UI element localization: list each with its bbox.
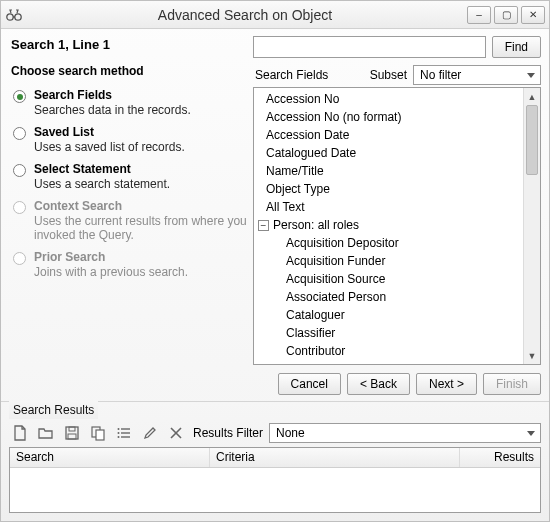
next-button[interactable]: Next > (416, 373, 477, 395)
search-method-option[interactable]: Search FieldsSearches data in the record… (13, 86, 247, 123)
method-list: Search FieldsSearches data in the record… (9, 86, 247, 285)
method-title: Prior Search (34, 250, 188, 265)
field-item[interactable]: Classifier (258, 324, 523, 342)
method-heading: Choose search method (9, 64, 247, 86)
field-item[interactable]: Catalogued Date (258, 144, 523, 162)
results-table-header: Search Criteria Results (10, 448, 540, 468)
method-title: Search Fields (34, 88, 191, 103)
search-method-option: Prior SearchJoins with a previous search… (13, 248, 247, 285)
search-input[interactable] (253, 36, 486, 58)
vertical-scrollbar[interactable]: ▲ ▼ (523, 88, 540, 364)
back-button[interactable]: < Back (347, 373, 410, 395)
minimize-button[interactable]: – (467, 6, 491, 24)
binoculars-icon (5, 6, 23, 24)
field-item[interactable]: Accession No (no format) (258, 108, 523, 126)
new-file-icon[interactable] (9, 423, 31, 443)
search-method-option[interactable]: Saved ListUses a saved list of records. (13, 123, 247, 160)
maximize-button[interactable]: ▢ (494, 6, 518, 24)
method-title: Saved List (34, 125, 185, 140)
field-item[interactable]: Cataloguer (258, 306, 523, 324)
left-column: Search 1, Line 1 Choose search method Se… (9, 35, 247, 401)
method-title: Select Statement (34, 162, 170, 177)
field-item[interactable]: Name/Title (258, 162, 523, 180)
svg-point-1 (15, 13, 21, 19)
collapse-icon[interactable]: − (258, 220, 269, 231)
radio-button[interactable] (13, 90, 26, 103)
radio-button (13, 201, 26, 214)
results-filter-select[interactable]: None (269, 423, 541, 443)
field-item[interactable]: Contributor (258, 342, 523, 360)
svg-point-11 (118, 428, 120, 430)
list-icon[interactable] (113, 423, 135, 443)
fields-labels-row: Search Fields Subset No filter (253, 63, 541, 87)
method-description: Uses the current results from where you … (34, 214, 247, 242)
method-description: Searches data in the records. (34, 103, 191, 117)
field-group[interactable]: −Person: all roles (258, 216, 523, 234)
field-item[interactable]: Object Type (258, 180, 523, 198)
field-group-label: Person: all roles (273, 217, 359, 233)
find-button[interactable]: Find (492, 36, 541, 58)
results-heading: Search Results (9, 401, 98, 419)
open-folder-icon[interactable] (35, 423, 57, 443)
dialog-window: Advanced Search on Object – ▢ ✕ Search 1… (0, 0, 550, 522)
method-title: Context Search (34, 199, 247, 214)
window-controls: – ▢ ✕ (467, 6, 545, 24)
method-description: Joins with a previous search. (34, 265, 188, 279)
field-item[interactable]: Acquisition Funder (258, 252, 523, 270)
scroll-thumb[interactable] (526, 105, 538, 175)
results-filter-value: None (276, 426, 305, 440)
results-section: Search Results Results Filter None Searc… (1, 401, 549, 521)
radio-button[interactable] (13, 164, 26, 177)
close-button[interactable]: ✕ (521, 6, 545, 24)
window-title: Advanced Search on Object (23, 7, 467, 23)
results-toolbar: Results Filter None (9, 419, 541, 447)
scroll-down-icon[interactable]: ▼ (524, 347, 540, 364)
cancel-button[interactable]: Cancel (278, 373, 341, 395)
edit-icon[interactable] (139, 423, 161, 443)
col-results[interactable]: Results (460, 448, 540, 467)
radio-button[interactable] (13, 127, 26, 140)
save-icon[interactable] (61, 423, 83, 443)
col-criteria[interactable]: Criteria (210, 448, 460, 467)
subset-select[interactable]: No filter (413, 65, 541, 85)
right-column: Find Search Fields Subset No filter Acce… (253, 35, 541, 401)
field-item[interactable]: Associated Person (258, 288, 523, 306)
scroll-up-icon[interactable]: ▲ (524, 88, 540, 105)
search-row: Find (253, 35, 541, 63)
field-item[interactable]: Acquisition Source (258, 270, 523, 288)
svg-point-12 (118, 432, 120, 434)
search-method-option[interactable]: Select StatementUses a search statement. (13, 160, 247, 197)
method-description: Uses a saved list of records. (34, 140, 185, 154)
radio-button (13, 252, 26, 265)
field-item[interactable]: All Text (258, 198, 523, 216)
search-line-label: Search 1, Line 1 (9, 35, 247, 64)
results-table-body (10, 468, 540, 512)
search-fields-label: Search Fields (255, 68, 328, 82)
subset-select-value: No filter (420, 68, 461, 82)
search-method-option: Context SearchUses the current results f… (13, 197, 247, 248)
col-search[interactable]: Search (10, 448, 210, 467)
subset-label: Subset (370, 68, 407, 82)
svg-rect-5 (68, 434, 76, 439)
content-upper: Search 1, Line 1 Choose search method Se… (1, 29, 549, 401)
fields-listbox[interactable]: Accession NoAccession No (no format)Acce… (253, 87, 541, 365)
delete-icon[interactable] (165, 423, 187, 443)
svg-point-0 (7, 13, 13, 19)
copy-icon[interactable] (87, 423, 109, 443)
svg-rect-7 (96, 430, 104, 440)
field-item[interactable]: Accession No (258, 90, 523, 108)
finish-button[interactable]: Finish (483, 373, 541, 395)
field-item[interactable]: Accession Date (258, 126, 523, 144)
field-item[interactable]: Acquisition Depositor (258, 234, 523, 252)
results-table: Search Criteria Results (9, 447, 541, 513)
svg-point-13 (118, 436, 120, 438)
titlebar: Advanced Search on Object – ▢ ✕ (1, 1, 549, 29)
method-description: Uses a search statement. (34, 177, 170, 191)
results-filter-label: Results Filter (193, 426, 263, 440)
wizard-buttons: Cancel < Back Next > Finish (253, 365, 541, 401)
